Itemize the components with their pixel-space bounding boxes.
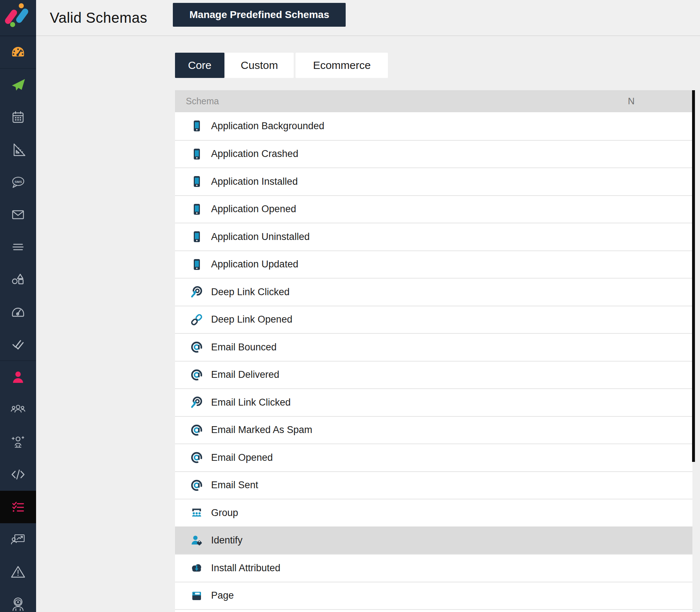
svg-text:SMS: SMS [14, 180, 22, 184]
manage-predefined-schemas-button[interactable]: Manage Predefined Schemas [173, 3, 346, 27]
sidebar-item-dashboard[interactable] [0, 36, 36, 69]
table-row[interactable]: Email Sent [175, 471, 692, 499]
schema-name: Email Bounced [211, 342, 277, 353]
sidebar-nav: SMS [0, 36, 36, 612]
sidebar-item-person-sparkle[interactable] [0, 426, 36, 458]
sidebar-item-checklist[interactable] [0, 491, 36, 523]
calendar-icon [10, 109, 26, 125]
sidebar-item-presentation[interactable] [0, 523, 36, 556]
logo-dot-orange [19, 3, 24, 8]
schema-name: Application Opened [211, 204, 296, 215]
table-row[interactable]: Application Updated [175, 250, 692, 278]
table-row[interactable]: Email Opened [175, 443, 692, 471]
astronaut-icon [10, 596, 26, 612]
sidebar-item-sms[interactable]: SMS [0, 166, 36, 198]
email-at-icon [191, 479, 203, 491]
lists-icon [10, 239, 26, 255]
table-row[interactable]: Identify [175, 526, 692, 554]
sidebar-item-warning[interactable] [0, 556, 36, 588]
mobile-app-icon [191, 175, 203, 188]
schema-name: Email Link Clicked [211, 397, 291, 408]
checklist-icon [10, 499, 26, 515]
table-row[interactable]: Application Crashed [175, 140, 692, 168]
table-row[interactable]: Application Installed [175, 167, 692, 195]
mobile-app-icon [191, 148, 203, 160]
sidebar-item-shapes[interactable] [0, 263, 36, 296]
sidebar-item-code[interactable] [0, 458, 36, 491]
sidebar-item-astronaut[interactable] [0, 588, 36, 612]
schema-name: Group [211, 507, 238, 519]
sidebar-item-user[interactable] [0, 361, 36, 393]
tab-custom[interactable]: Custom [225, 53, 294, 78]
schema-name: Install Attributed [211, 563, 280, 574]
table-row[interactable]: Group [175, 499, 692, 526]
sms-icon: SMS [10, 174, 26, 190]
identify-icon [191, 534, 203, 547]
table-row[interactable]: Email Bounced [175, 333, 692, 361]
page-title: Valid Schemas [50, 0, 147, 35]
browser-page-icon [191, 590, 203, 602]
sidebar-item-email[interactable] [0, 198, 36, 231]
sidebar-item-calendar[interactable] [0, 101, 36, 134]
schema-name: Email Delivered [211, 369, 279, 380]
mobile-app-icon [191, 120, 203, 132]
gauge-icon [10, 304, 26, 320]
tab-core[interactable]: Core [175, 53, 224, 78]
schema-name: Application Backgrounded [211, 121, 324, 132]
table-row[interactable]: Deep Link Opened [175, 306, 692, 333]
presentation-icon [10, 532, 26, 547]
table-row[interactable]: Email Delivered [175, 361, 692, 389]
link-clicked-icon [191, 286, 203, 298]
email-at-icon [191, 424, 203, 436]
ruler-icon [10, 142, 26, 158]
top-bar: Valid Schemas Manage Predefined Schemas [36, 0, 700, 36]
schema-name: Email Sent [211, 480, 258, 491]
chain-link-icon [191, 314, 203, 326]
user-icon [10, 369, 26, 385]
sidebar-item-ruler[interactable] [0, 134, 36, 166]
sidebar-item-double-check[interactable] [0, 328, 36, 361]
sidebar: SMS [0, 0, 36, 612]
email-at-icon [191, 451, 203, 464]
table-row[interactable]: Deep Link Clicked [175, 278, 692, 306]
schema-name: Application Uninstalled [211, 231, 310, 242]
cloud-download-icon [191, 562, 203, 574]
email-at-icon [191, 369, 203, 381]
vertical-scrollbar-thumb[interactable] [692, 90, 695, 462]
table-row[interactable]: Email Marked As Spam [175, 416, 692, 444]
schema-name: Identify [211, 535, 242, 546]
shapes-icon [10, 272, 26, 288]
app-logo[interactable] [0, 0, 36, 36]
schema-name: Email Marked As Spam [211, 424, 312, 436]
person-sparkle-icon [10, 434, 26, 450]
sidebar-item-users[interactable] [0, 393, 36, 426]
code-icon [10, 467, 26, 482]
link-clicked-icon [191, 396, 203, 408]
table-row[interactable]: Application Uninstalled [175, 223, 692, 250]
send-icon [10, 77, 26, 93]
table-row[interactable]: Application Opened [175, 195, 692, 223]
email-icon [10, 207, 26, 223]
schema-name: Application Updated [211, 259, 298, 270]
schema-name: Email Opened [211, 452, 273, 463]
logo-bar-blue [15, 7, 29, 24]
users-icon [10, 402, 26, 418]
sidebar-item-send[interactable] [0, 69, 36, 101]
sidebar-item-gauge[interactable] [0, 296, 36, 328]
schema-table: Schema N Application BackgroundedApplica… [175, 90, 692, 612]
email-at-icon [191, 341, 203, 353]
tab-ecommerce[interactable]: Ecommerce [296, 53, 388, 78]
column-header-n: N [628, 90, 635, 112]
table-row[interactable]: Install Attributed [175, 554, 692, 582]
schema-name: Application Crashed [211, 148, 298, 159]
schema-name: Page [211, 590, 234, 601]
table-row[interactable]: Application Backgrounded [175, 112, 692, 140]
table-row[interactable]: Email Link Clicked [175, 388, 692, 416]
logo-dot-green [10, 22, 15, 27]
schema-name: Deep Link Clicked [211, 287, 290, 298]
sidebar-item-lists[interactable] [0, 231, 36, 263]
dashboard-icon [10, 44, 26, 60]
table-row[interactable]: Page [175, 582, 692, 609]
schema-type-tabs: CoreCustomEcommerce [175, 53, 388, 78]
schema-name: Application Installed [211, 176, 298, 187]
